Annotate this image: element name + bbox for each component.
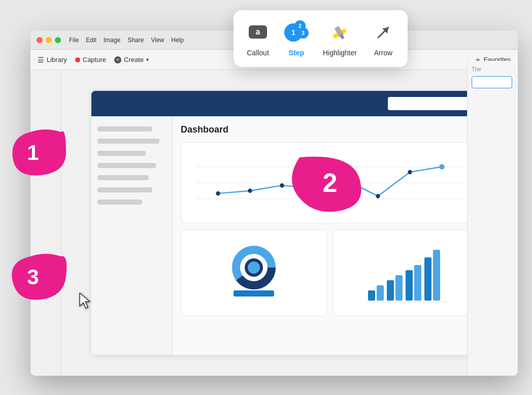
- callout-bubble-1: 1: [5, 122, 71, 185]
- step-tool[interactable]: 1 2 3 Step: [284, 20, 309, 57]
- svg-marker-35: [80, 293, 90, 308]
- right-panel-text: The: [472, 66, 514, 72]
- svg-rect-19: [395, 275, 403, 301]
- window-controls: [37, 37, 61, 43]
- svg-rect-22: [424, 257, 431, 301]
- svg-point-3: [216, 191, 220, 195]
- dropdown-arrow-icon: ▾: [146, 57, 149, 62]
- svg-point-8: [376, 194, 380, 198]
- svg-rect-23: [433, 250, 440, 301]
- menu-file[interactable]: File: [69, 37, 79, 44]
- svg-rect-21: [414, 265, 421, 301]
- svg-rect-15: [234, 290, 274, 297]
- maximize-button[interactable]: [55, 37, 61, 43]
- menu-edit[interactable]: Edit: [86, 37, 96, 44]
- minimize-button[interactable]: [46, 37, 52, 43]
- bar-chart-svg: [365, 240, 447, 306]
- sidebar-line-2: [97, 139, 159, 144]
- sidebar-line-3: [97, 151, 146, 156]
- app-sidebar: [30, 70, 61, 376]
- highlighter-tool[interactable]: Highlighter: [323, 20, 357, 57]
- donut-chart-container: [181, 229, 327, 316]
- library-label: Library: [47, 56, 67, 63]
- highlighter-label: Highlighter: [323, 49, 357, 57]
- callout-tool[interactable]: a Callout: [246, 20, 270, 57]
- step-label: Step: [289, 49, 304, 57]
- svg-rect-16: [368, 290, 375, 301]
- menu-bar: File Edit Image Share View Help: [69, 37, 184, 44]
- sidebar-line-6: [97, 187, 152, 192]
- dashboard-card: Dashboard: [91, 91, 487, 355]
- callout-icon: a: [246, 20, 270, 45]
- menu-image[interactable]: Image: [104, 37, 120, 44]
- menu-view[interactable]: View: [151, 37, 164, 44]
- callout-bubble-3: 3: [5, 249, 71, 307]
- dashboard-header: [91, 91, 487, 116]
- arrow-icon: [371, 20, 395, 45]
- svg-point-4: [248, 189, 252, 193]
- svg-rect-20: [406, 270, 413, 301]
- content-area: Dashboard: [30, 70, 518, 376]
- dashboard-area: Dashboard: [61, 70, 518, 376]
- create-label: Create: [124, 56, 144, 63]
- svg-point-10: [439, 164, 445, 170]
- svg-text:1: 1: [27, 141, 39, 164]
- right-panel: The: [467, 61, 518, 376]
- sidebar-line-1: [97, 126, 152, 131]
- svg-point-9: [408, 170, 412, 174]
- svg-text:3: 3: [27, 265, 39, 289]
- dashboard-title: Dashboard: [181, 124, 479, 135]
- capture-dot-icon: [75, 57, 80, 62]
- close-button[interactable]: [37, 37, 43, 43]
- menu-help[interactable]: Help: [171, 37, 184, 44]
- callout-bubble-2: 2: [289, 147, 365, 220]
- step-icon: 1 2 3: [284, 20, 309, 45]
- tool-popup: a Callout 1 2 3 Step Highlighter: [234, 10, 408, 67]
- library-button[interactable]: ☰ Library: [38, 56, 67, 64]
- cursor-icon: [79, 292, 93, 313]
- arrow-tool[interactable]: Arrow: [371, 20, 395, 57]
- hamburger-icon: ☰: [38, 56, 44, 64]
- dashboard-sidebar: [91, 116, 173, 355]
- plus-icon: +: [114, 56, 121, 63]
- bottom-charts: [181, 229, 479, 316]
- svg-point-14: [248, 261, 260, 274]
- arrow-label: Arrow: [374, 49, 393, 57]
- create-button[interactable]: + Create ▾: [114, 56, 149, 63]
- svg-point-5: [280, 183, 284, 187]
- bar-chart-container: [333, 229, 479, 316]
- callout-label: Callout: [247, 49, 269, 57]
- highlighter-icon: [327, 20, 352, 45]
- right-panel-input[interactable]: [472, 76, 512, 88]
- app-window: File Edit Image Share View Help ☰ Librar…: [30, 30, 518, 376]
- capture-label: Capture: [83, 56, 106, 63]
- sidebar-line-7: [97, 200, 142, 205]
- svg-rect-18: [387, 280, 394, 301]
- menu-share[interactable]: Share: [127, 37, 144, 44]
- dashboard-search-bar[interactable]: [388, 97, 479, 110]
- sidebar-line-4: [97, 163, 156, 168]
- svg-text:2: 2: [323, 168, 338, 198]
- svg-rect-17: [377, 285, 384, 301]
- sidebar-line-5: [97, 175, 149, 180]
- capture-button[interactable]: Capture: [75, 56, 106, 63]
- donut-chart-svg: [223, 240, 284, 306]
- svg-text:a: a: [256, 27, 260, 36]
